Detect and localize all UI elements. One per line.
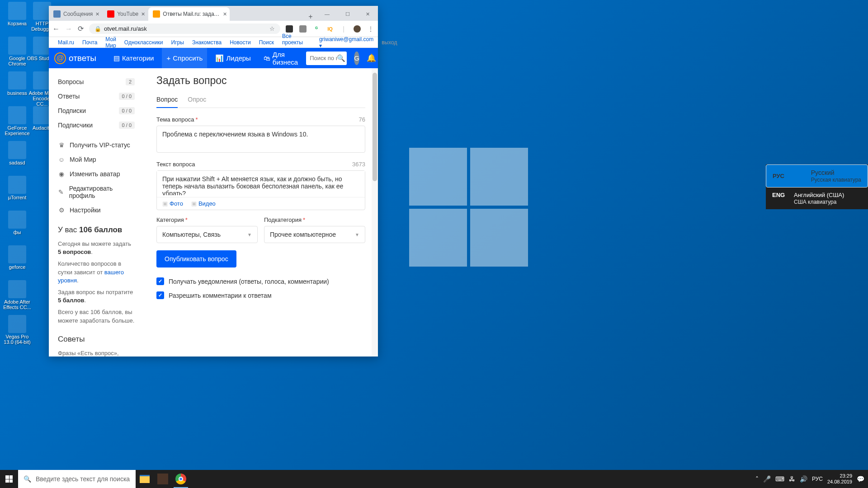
desktop-icon[interactable]: geforce <box>2 245 33 270</box>
checkbox-comments[interactable]: ✓Разрешить комментарии к ответам <box>156 291 365 299</box>
level-link[interactable]: вашего уровня <box>58 269 124 284</box>
tray-datetime[interactable]: 23:29 24.08.2019 <box>827 473 852 485</box>
otvety-logo[interactable]: @ ответы <box>54 52 96 64</box>
mailru-link[interactable]: Новости <box>230 39 250 46</box>
reload-button[interactable]: ⟳ <box>78 24 84 33</box>
mailru-link[interactable]: Почта <box>82 39 97 46</box>
desktop-icon[interactable]: µTorrent <box>2 176 33 200</box>
nav-categories[interactable]: ▤Категории <box>109 48 158 68</box>
publish-button[interactable]: Опубликовать вопрос <box>156 250 236 267</box>
browser-tab[interactable]: Ответы Mail.ru: задать вопрос✕ <box>148 7 230 21</box>
minimize-button[interactable]: — <box>317 7 337 21</box>
tray-network-icon[interactable]: 🖧 <box>789 475 795 483</box>
tray-language[interactable]: РУС <box>812 476 823 482</box>
desktop-icon[interactable]: Vegas Pro 13.0 (64-bit) <box>2 315 33 345</box>
sidebar-action[interactable]: ◉Изменить аватар <box>49 167 144 181</box>
user-email[interactable]: griwaniwe@gmail.com ▾ <box>319 36 373 49</box>
tray-keyboard-icon[interactable]: ⌨ <box>775 475 784 483</box>
sidebar-stat[interactable]: Подписки0 / 0 <box>49 103 144 118</box>
maximize-button[interactable]: ☐ <box>337 7 358 21</box>
close-button[interactable]: ✕ <box>358 7 378 21</box>
desktop-icon[interactable]: Adobe After Effects CC... <box>2 280 33 310</box>
subcategory-label: Подкатегория <box>264 216 302 223</box>
mailru-link[interactable]: Поиск <box>259 39 274 46</box>
taskbar-chrome[interactable] <box>172 470 190 488</box>
tab-poll[interactable]: Опрос <box>188 93 206 108</box>
subject-counter: 76 <box>359 116 365 123</box>
browser-tab[interactable]: YouTube✕ <box>103 7 148 21</box>
back-button[interactable]: ← <box>52 25 60 33</box>
sidebar-action[interactable]: ♛Получить VIP-статус <box>49 138 144 152</box>
scrollbar[interactable] <box>372 68 378 357</box>
category-select[interactable]: Компьютеры, Связь▼ <box>156 226 258 243</box>
start-button[interactable] <box>0 470 18 488</box>
tips-title: Советы <box>49 327 144 347</box>
bell-icon[interactable]: 🔔 <box>367 53 376 63</box>
sidebar-action[interactable]: ☺Мой Мир <box>49 152 144 167</box>
close-tab-icon[interactable]: ✕ <box>141 11 145 17</box>
mailru-top-links: Mail.ruПочтаМой МирОдноклассникиИгрыЗнак… <box>49 37 378 48</box>
desktop-icon[interactable]: sadasd <box>2 141 33 165</box>
sidebar-action[interactable]: ✎Редактировать профиль <box>49 181 144 203</box>
nav-business[interactable]: 🛍Для бизнеса <box>259 48 302 68</box>
taskbar-explorer[interactable] <box>136 470 154 488</box>
profile-avatar[interactable] <box>354 25 361 33</box>
search-input[interactable] <box>310 55 337 61</box>
close-tab-icon[interactable]: ✕ <box>223 11 227 17</box>
checkbox-notifications[interactable]: ✓Получать уведомления (ответы, голоса, к… <box>156 277 365 285</box>
tray-chevron-icon[interactable]: ˄ <box>755 475 759 483</box>
search-box[interactable]: 🔍 <box>306 52 347 65</box>
text-input[interactable] <box>157 171 365 195</box>
desktop-icon[interactable]: фы <box>2 211 33 235</box>
points-title: У вас 106 баллов <box>49 217 144 238</box>
close-tab-icon[interactable]: ✕ <box>95 11 99 17</box>
language-option[interactable]: РУСРусскийРусская клавиатура <box>766 164 868 188</box>
nav-ask[interactable]: +Спросить <box>162 48 207 68</box>
mailru-link[interactable]: Mail.ru <box>58 39 74 46</box>
nav-leaders[interactable]: 📊Лидеры <box>211 48 255 68</box>
ext-icon-2[interactable] <box>299 25 307 33</box>
browser-tab[interactable]: Сообщения✕ <box>49 7 102 21</box>
forward-button[interactable]: → <box>65 25 72 33</box>
attach-video[interactable]: ▣Видео <box>191 200 216 207</box>
language-option[interactable]: ENGАнглийский (США)США клавиатура <box>766 188 868 209</box>
menu-button[interactable]: ⋮ <box>367 25 374 33</box>
ext-icon-4[interactable]: IQ <box>326 25 334 33</box>
search-icon[interactable]: 🔍 <box>337 54 345 62</box>
logout-link[interactable]: выход <box>382 39 397 46</box>
subject-input[interactable] <box>156 126 365 153</box>
tray-mic-icon[interactable]: 🎤 <box>763 475 771 483</box>
tray-notifications-icon[interactable]: 💬 <box>857 475 864 483</box>
mailru-link[interactable]: Игры <box>171 39 184 46</box>
sidebar-action[interactable]: ⚙Настройки <box>49 203 144 217</box>
lock-icon: 🔒 <box>94 26 101 32</box>
plus-icon: + <box>166 54 170 62</box>
category-label: Категория <box>156 216 184 223</box>
sidebar-stat[interactable]: Вопросы2 <box>49 75 144 89</box>
attach-photo[interactable]: ▣Фото <box>162 200 183 207</box>
scroll-thumb[interactable] <box>373 73 377 181</box>
star-icon[interactable]: ☆ <box>269 25 275 32</box>
taskbar-search[interactable]: 🔍 Введите здесь текст для поиска <box>18 470 136 488</box>
chrome-window: Сообщения✕YouTube✕Ответы Mail.ru: задать… <box>49 6 378 357</box>
user-avatar[interactable]: G <box>354 52 359 65</box>
ext-icon-3[interactable]: ᴳ <box>313 25 320 33</box>
sidebar-stat[interactable]: Ответы0 / 0 <box>49 89 144 103</box>
tab-question[interactable]: Вопрос <box>156 93 178 108</box>
new-tab-button[interactable]: + <box>304 13 317 21</box>
search-placeholder: Введите здесь текст для поиска <box>36 475 130 483</box>
url-field[interactable]: 🔒 otvet.mail.ru/ask ☆ <box>89 23 280 34</box>
chevron-down-icon: ▼ <box>247 232 252 237</box>
favicon <box>53 10 61 18</box>
mailru-link[interactable]: Мой Мир <box>105 36 116 49</box>
subcategory-select[interactable]: Прочее компьютерное▼ <box>264 226 365 243</box>
taskbar-app[interactable] <box>154 470 172 488</box>
tray-volume-icon[interactable]: 🔊 <box>800 475 807 483</box>
list-icon: ▤ <box>113 54 120 62</box>
ext-icon-1[interactable] <box>286 25 293 33</box>
chart-icon: 📊 <box>215 54 224 62</box>
mailru-link[interactable]: Одноклассники <box>124 39 163 46</box>
mailru-link[interactable]: Знакомства <box>192 39 222 46</box>
sidebar-stat[interactable]: Подписчики0 / 0 <box>49 118 144 132</box>
video-icon: ▣ <box>191 200 197 207</box>
